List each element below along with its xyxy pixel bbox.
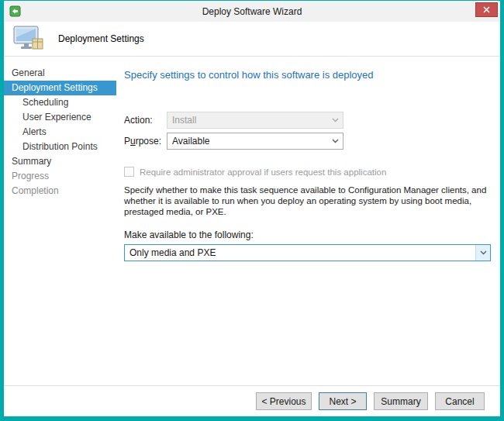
nav-item-distribution-points[interactable]: Distribution Points [4, 140, 116, 154]
page-content: Specify settings to control how this sof… [116, 57, 500, 385]
wizard-body: General Deployment Settings Scheduling U… [4, 57, 500, 385]
chevron-down-icon[interactable] [328, 133, 343, 149]
window-title: Deploy Software Wizard [4, 6, 500, 17]
wizard-app-icon [9, 5, 21, 17]
deployment-settings-icon [13, 26, 44, 52]
deploy-software-wizard-window: Deploy Software Wizard Deployment Settin… [0, 0, 504, 421]
action-value: Install [172, 115, 196, 126]
make-available-value: Only media and PXE [129, 247, 216, 258]
require-approval-checkbox: Require administrator approval if users … [124, 167, 491, 177]
action-row: Action: Install [124, 112, 491, 129]
wizard-header: Deployment Settings [4, 22, 500, 57]
nav-item-completion[interactable]: Completion [4, 184, 116, 198]
nav-item-user-experience[interactable]: User Experience [4, 110, 116, 125]
wizard-nav: General Deployment Settings Scheduling U… [4, 57, 116, 385]
purpose-value: Available [172, 136, 209, 147]
make-available-label: Make available to the following: [124, 229, 491, 240]
titlebar[interactable]: Deploy Software Wizard [4, 1, 500, 22]
nav-item-deployment-settings[interactable]: Deployment Settings [4, 81, 116, 95]
nav-item-general[interactable]: General [4, 66, 116, 81]
header-title: Deployment Settings [58, 33, 144, 44]
nav-item-progress[interactable]: Progress [4, 169, 116, 184]
chevron-down-icon[interactable] [475, 245, 490, 261]
nav-item-summary[interactable]: Summary [4, 154, 116, 169]
require-approval-label: Require administrator approval if users … [140, 167, 386, 177]
summary-button[interactable]: Summary [374, 392, 428, 410]
wizard-footer: < Previous Next > Summary Cancel [4, 385, 500, 416]
settings-form: Action: Install Purpose: Available [124, 112, 491, 261]
chevron-down-icon [328, 112, 343, 128]
previous-button[interactable]: < Previous [256, 392, 312, 410]
nav-item-scheduling[interactable]: Scheduling [4, 95, 116, 110]
action-dropdown: Install [167, 112, 343, 129]
make-available-dropdown[interactable]: Only media and PXE [124, 244, 491, 261]
cancel-button[interactable]: Cancel [435, 392, 485, 410]
purpose-label: Purpose: [124, 136, 167, 147]
nav-item-alerts[interactable]: Alerts [4, 125, 116, 140]
purpose-row: Purpose: Available [124, 133, 491, 150]
task-sequence-description: Specify whether to make this task sequen… [124, 185, 490, 217]
checkbox-icon [124, 167, 134, 177]
close-button[interactable] [475, 2, 498, 17]
close-icon [483, 6, 490, 13]
purpose-dropdown[interactable]: Available [167, 133, 343, 150]
action-label: Action: [124, 115, 167, 126]
next-button[interactable]: Next > [319, 392, 367, 410]
make-available-wrap: Only media and PXE [124, 244, 491, 261]
page-heading: Specify settings to control how this sof… [124, 69, 491, 81]
